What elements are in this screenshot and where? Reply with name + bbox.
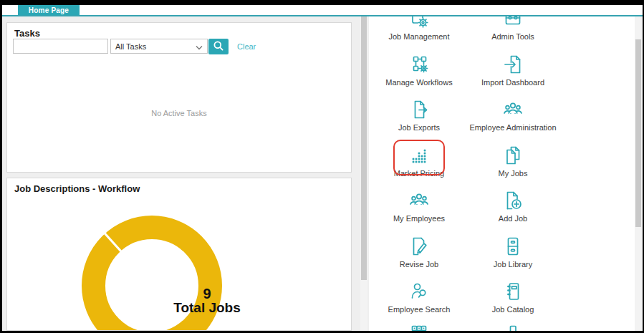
market-pricing-icon: [408, 144, 431, 167]
search-icon: [213, 40, 224, 54]
tab-home-page[interactable]: Home Page: [18, 5, 80, 15]
tile-label: Revise Job: [400, 260, 438, 269]
job-library-icon: [501, 235, 524, 258]
clear-link[interactable]: Clear: [237, 39, 256, 54]
chevron-down-icon: [196, 40, 203, 53]
employee-search-icon: [408, 280, 431, 303]
tile-label: Employee Administration: [469, 123, 556, 132]
main-content: Tasks All Tasks: [2, 16, 643, 331]
job-catalog-icon: [501, 280, 524, 303]
tile-label: Job Catalog: [492, 305, 534, 314]
revise-job-icon: [408, 235, 431, 258]
my-employees-icon: [408, 189, 431, 212]
dashboard-column: Tasks All Tasks: [2, 16, 369, 331]
tile-label: Add Job: [499, 214, 527, 223]
right-panel-scrollbar[interactable]: [635, 16, 642, 331]
tile-import-dashboard[interactable]: Import Dashboard: [452, 53, 574, 87]
app-grid: Job Management Admin Tools: [369, 16, 635, 331]
employee-administration-icon: [501, 98, 524, 121]
tab-bar: Home Page: [2, 5, 643, 15]
tile-label: Job Library: [494, 260, 532, 269]
left-scrollbar-thumb[interactable]: [361, 16, 367, 280]
task-filter-value: All Tasks: [115, 42, 196, 51]
task-controls: All Tasks Clear: [7, 39, 351, 56]
manage-workflows-icon: [408, 53, 431, 76]
task-search-input[interactable]: [13, 39, 108, 54]
tasks-panel: Tasks All Tasks: [6, 22, 352, 173]
tab-label: Home Page: [29, 6, 69, 14]
workflow-title: Job Descriptions - Workflow: [14, 183, 140, 194]
tile-label: My Jobs: [499, 169, 528, 178]
donut-chart: 9 Total Jobs: [62, 196, 241, 331]
donut-center-text: 9 Total Jobs: [135, 286, 279, 315]
tile-label: Manage Workflows: [385, 78, 452, 87]
job-management-icon: [408, 16, 431, 30]
tile-label: My Employees: [393, 214, 445, 223]
tile-label: Admin Tools: [491, 32, 534, 41]
job-exports-icon: [408, 98, 431, 121]
tile-label: Market Pricing: [394, 169, 444, 178]
tile-label: Job Exports: [398, 123, 440, 132]
tile-admin-tools[interactable]: Admin Tools: [452, 16, 574, 41]
admin-tools-icon: [501, 16, 524, 30]
no-active-tasks-message: No Active Tasks: [7, 109, 351, 117]
org-chart-icon: [408, 325, 431, 331]
tasks-title: Tasks: [14, 28, 40, 39]
add-job-icon: [501, 189, 524, 212]
tile-job-catalog[interactable]: Job Catalog: [452, 280, 574, 314]
workflow-panel: Job Descriptions - Workflow 9 Total Jobs: [6, 178, 352, 331]
my-jobs-icon: [501, 144, 524, 167]
tile-label: Employee Search: [388, 305, 451, 314]
import-dashboard-icon: [501, 53, 524, 76]
left-panel-scrollbar[interactable]: [360, 16, 367, 331]
document-icon: [501, 325, 524, 331]
tile-employee-administration[interactable]: Employee Administration: [452, 98, 574, 132]
tile-add-job[interactable]: Add Job: [452, 189, 574, 223]
total-jobs-value: 9: [135, 286, 279, 301]
right-scrollbar-thumb[interactable]: [635, 39, 641, 227]
tile-partial-right[interactable]: [452, 325, 574, 331]
tile-job-library[interactable]: Job Library: [452, 235, 574, 269]
search-button[interactable]: [208, 39, 229, 54]
task-filter-dropdown[interactable]: All Tasks: [110, 39, 208, 54]
tile-label: Job Management: [389, 32, 450, 41]
total-jobs-label: Total Jobs: [135, 301, 279, 315]
tile-my-jobs[interactable]: My Jobs: [452, 144, 574, 178]
tile-label: Import Dashboard: [481, 78, 544, 87]
app-window: Home Page Tasks All Tasks: [2, 5, 643, 331]
